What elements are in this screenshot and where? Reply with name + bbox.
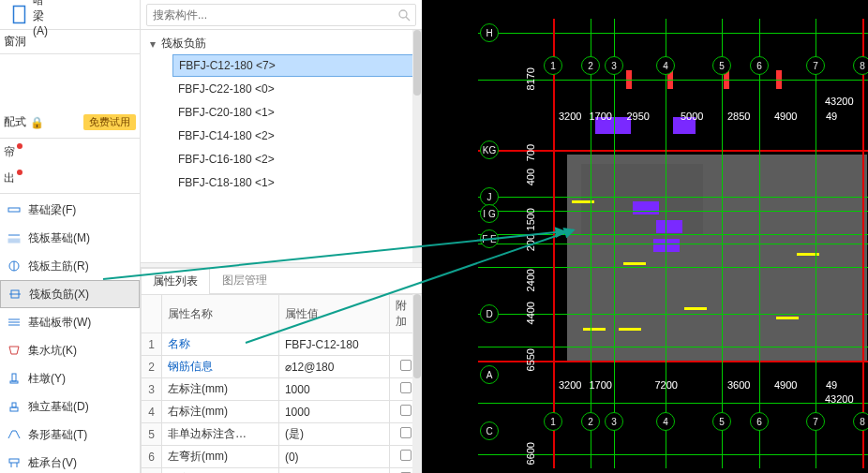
dim-top: 2950 <box>627 111 650 122</box>
nav-item-strip[interactable]: 条形基础(T) <box>0 421 140 449</box>
nav-item-raft[interactable]: 筏板基础(M) <box>0 224 140 252</box>
tab-layers[interactable]: 图层管理 <box>210 267 279 293</box>
chuangdong-item[interactable]: 窗洞 <box>0 30 140 54</box>
sump-icon <box>7 344 21 357</box>
grid-line-red-v <box>553 19 555 468</box>
grid-bubble-col: 1 <box>544 412 562 431</box>
table-row[interactable]: 2钢筋信息⌀12@180 <box>142 356 422 378</box>
grid-line-h <box>478 403 868 404</box>
raft-icon <box>7 231 21 244</box>
dim-top: 4900 <box>774 111 797 122</box>
tree-leaf[interactable]: FBFJ-C14-180 <2> <box>172 125 422 147</box>
rebar-marker <box>583 328 606 331</box>
nav-label: 条形基础(T) <box>28 427 87 443</box>
search-icon[interactable] <box>397 8 411 24</box>
trial-badge[interactable]: 免费试用 <box>83 114 136 130</box>
row-number: 7 <box>142 468 162 474</box>
checkbox[interactable] <box>400 360 412 371</box>
tree-leaf[interactable]: FBFJ-C22-180 <0> <box>172 78 422 100</box>
nav-item-sump[interactable]: 集水坑(K) <box>0 336 140 364</box>
nav-item-beam[interactable]: 基础梁(F) <box>0 196 140 224</box>
row-number: 4 <box>142 401 162 423</box>
prop-scrollbar[interactable] <box>412 294 422 473</box>
grid-bubble-col: 5 <box>712 56 731 75</box>
prop-value[interactable]: 1000 <box>278 401 389 423</box>
collapse-icon[interactable]: ▾ <box>148 37 157 51</box>
grid-bubble-row: C <box>480 421 499 440</box>
checkbox[interactable] <box>400 382 412 393</box>
row-number: 3 <box>142 378 162 401</box>
neg-icon <box>8 288 22 301</box>
svg-rect-1 <box>8 208 20 212</box>
tree-leaf[interactable]: FBFJ-C12-180 <7> <box>172 54 422 77</box>
row-number: 2 <box>142 356 162 378</box>
nav-label: 柱墩(Y) <box>28 371 66 387</box>
svg-rect-13 <box>10 407 18 411</box>
dim-left: 400 <box>525 169 536 185</box>
table-row[interactable]: 1名称FBFJ-C12-180 <box>142 333 422 356</box>
checkbox[interactable] <box>400 405 412 416</box>
checkbox[interactable] <box>400 450 412 461</box>
row-number: 6 <box>142 446 162 468</box>
cap-icon <box>7 456 21 469</box>
table-row[interactable]: 4右标注(mm)1000 <box>142 401 422 423</box>
grid-line-h <box>478 197 868 198</box>
rebar-marker <box>684 307 707 310</box>
prop-value[interactable]: ⌀12@180 <box>278 356 389 378</box>
nav-item-pier[interactable]: 柱墩(Y) <box>0 364 140 392</box>
tree-leaf[interactable]: FBFJ-C18-180 <1> <box>172 171 422 194</box>
grid-line-h <box>478 211 868 212</box>
row-number: 1 <box>142 333 162 356</box>
nav-label: 筏板主筋(R) <box>28 259 89 274</box>
tree-leaf[interactable]: FBFJ-C20-180 <1> <box>172 101 422 124</box>
dim-left: 6600 <box>525 442 536 465</box>
band-icon <box>7 316 21 329</box>
cad-viewport[interactable]: HKGJI GF EDAC112233445566778832001700295… <box>422 0 868 473</box>
grid-line-v <box>591 19 591 468</box>
search-wrap <box>141 0 422 30</box>
prop-value[interactable]: (是) <box>278 423 389 446</box>
grid-bubble-row: A <box>480 365 499 384</box>
dim-bot: 49 <box>826 379 837 391</box>
prop-name: 钢筋信息 <box>162 356 279 378</box>
grid-bubble-col: 4 <box>656 412 675 431</box>
dim-bot: 1700 <box>590 379 612 391</box>
grid-bubble-row: H <box>480 23 499 42</box>
search-input[interactable] <box>146 4 416 26</box>
checkbox[interactable] <box>400 427 412 438</box>
svg-line-20 <box>406 17 410 21</box>
dim-left: 6550 <box>525 348 536 371</box>
prop-value[interactable]: FBFJ-C12-180 <box>278 333 389 356</box>
table-row[interactable]: 6左弯折(mm)(0) <box>142 446 422 468</box>
col-value: 属性值 <box>278 295 389 333</box>
tree-scrollbar[interactable] <box>412 30 422 262</box>
nav-item-cap[interactable]: 桩承台(V) <box>0 449 140 473</box>
dim-left: 4400 <box>525 302 536 324</box>
grid-bubble-col: 1 <box>544 56 562 75</box>
mini-row-0[interactable]: 帘 <box>0 139 140 165</box>
prop-value[interactable]: (0) <box>278 468 389 474</box>
prop-name: 左标注(mm) <box>162 378 279 401</box>
column <box>653 239 680 252</box>
mini-row-1[interactable]: 出 <box>0 165 140 191</box>
nav-label: 基础板带(W) <box>28 315 91 331</box>
row-number: 5 <box>142 423 162 446</box>
nav-item-neg[interactable]: 筏板负筋(X) <box>0 280 140 308</box>
tree-leaf[interactable]: FBFJ-C16-180 <2> <box>172 148 422 170</box>
nav-label: 筏板负筋(X) <box>29 287 89 303</box>
table-row[interactable]: 5非单边标注含…(是) <box>142 423 422 446</box>
tree-root[interactable]: ▾ 筏板负筋 <box>148 34 422 53</box>
nav-label: 独立基础(D) <box>28 399 89 415</box>
nav-item-iso[interactable]: 独立基础(D) <box>0 392 140 421</box>
grid-bubble-row: KG <box>480 140 499 159</box>
svg-rect-0 <box>13 7 24 23</box>
prop-value[interactable]: (0) <box>278 446 389 468</box>
nav-item-band[interactable]: 基础板带(W) <box>0 308 140 336</box>
grid-bubble-row: I G <box>480 204 499 223</box>
table-row[interactable]: 7右弯折(mm)(0) <box>142 468 422 474</box>
tree-root-label: 筏板负筋 <box>161 36 206 52</box>
nav-label: 集水坑(K) <box>28 343 77 359</box>
table-row[interactable]: 3左标注(mm)1000 <box>142 378 422 401</box>
prop-value[interactable]: 1000 <box>278 378 389 401</box>
column-icon <box>9 5 29 24</box>
